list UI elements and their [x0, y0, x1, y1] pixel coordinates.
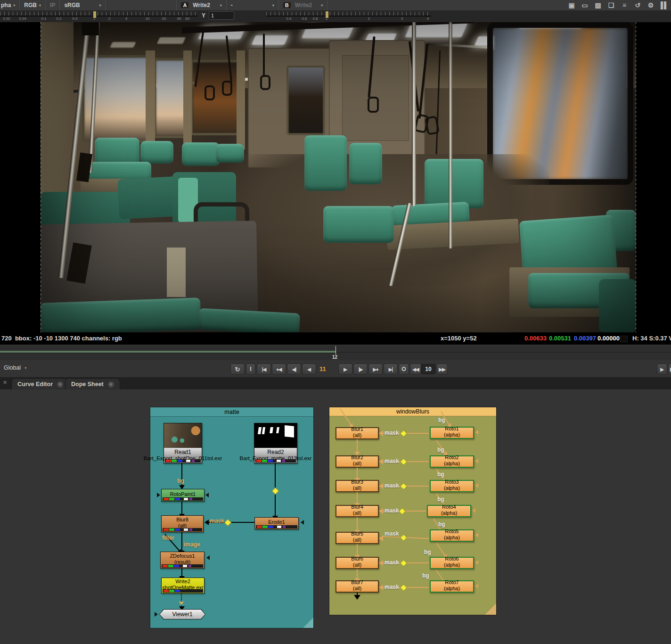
gamma-handle[interactable] [325, 11, 329, 18]
input-process-toggle[interactable]: IP [46, 0, 60, 10]
prev-keyframe-button[interactable]: ♦◀ [272, 363, 286, 375]
node-zdefocus1[interactable]: ZDefocus1 (result) [160, 552, 205, 569]
current-frame[interactable]: 11 [319, 365, 326, 372]
channel-dropdown[interactable]: pha ▾ [0, 0, 20, 10]
node-input-arrow [475, 483, 478, 488]
loop-mode-button[interactable]: ↻ [230, 363, 245, 375]
node-read2[interactable]: Read2 Bart_Export_matte_013tol.exr [254, 423, 297, 463]
pane-close-icon[interactable]: ✕ [3, 380, 7, 386]
flipbook-button[interactable]: ▶ [657, 363, 667, 375]
viewer-canvas[interactable] [0, 22, 671, 332]
step-back-button[interactable]: ◀| [287, 363, 301, 375]
wire-arrowhead [354, 595, 360, 600]
backdrop-resize-grip[interactable] [485, 603, 496, 615]
layer-dropdown[interactable]: RGB ▾ [20, 0, 46, 10]
step-forward-button[interactable]: |▶ [353, 363, 368, 375]
roi-icon[interactable]: ▭ [581, 1, 589, 9]
node-read1[interactable]: Read1 Bart_Export_shotOne_011tol.exr [164, 423, 202, 463]
node-input-arrow [157, 493, 160, 497]
wipe-mode-dropdown[interactable]: - ▾ [227, 0, 279, 10]
node-roto7[interactable]: Roto7(alpha) [430, 580, 474, 593]
pause-icon[interactable]: ▌▌ [660, 1, 668, 9]
node-blur1[interactable]: Blur1(all) [336, 427, 379, 439]
tab-dope-sheet[interactable]: Dope Sheet ✕ [65, 378, 120, 390]
close-icon[interactable]: ✕ [57, 381, 63, 388]
node-blur6[interactable]: Blur6(all) [336, 557, 379, 569]
proxy-icon[interactable]: ▨ [594, 1, 602, 9]
read2-name: Read2 [254, 448, 297, 456]
node-blur2[interactable]: Blur2(all) [336, 455, 379, 468]
timeline[interactable]: 12 [0, 345, 671, 361]
node-roto6[interactable]: Roto6(alpha) [430, 557, 474, 569]
wire-label-mask: mask [385, 584, 399, 590]
gamma-input[interactable] [209, 11, 234, 20]
node-roto1[interactable]: Roto1(alpha) [430, 427, 474, 439]
playhead[interactable] [336, 346, 336, 355]
edge-button[interactable]: ▮ [668, 363, 671, 375]
train-interior-render [41, 22, 636, 332]
chevron-down-icon: ▾ [99, 3, 101, 8]
play-backward-button[interactable]: ◀ [302, 363, 316, 375]
wire-arrowhead [205, 520, 209, 525]
chevron-down-icon: ▾ [220, 3, 222, 8]
node-input-arrow [475, 533, 478, 537]
play-button[interactable]: ▶ [338, 363, 352, 375]
viewer-process-dropdown[interactable]: sRGB ▾ [60, 0, 106, 10]
set-out-button[interactable]: O [399, 363, 409, 375]
node-erode1[interactable]: Erode1 [254, 517, 299, 529]
node-write2[interactable]: Write2 shotOneMatte.exr [161, 578, 205, 594]
tab-curve-editor[interactable]: Curve Editor ✕ [11, 378, 69, 390]
node-roto5[interactable]: Roto5(alpha) [430, 529, 474, 542]
node-roto2[interactable]: Roto2(alpha) [430, 455, 474, 468]
gain-slider[interactable] [0, 12, 198, 17]
refresh-icon[interactable]: ↺ [633, 1, 642, 9]
frame-display-icon[interactable]: ▣ [567, 1, 576, 9]
backdrop-windowblurs-title[interactable]: windowBlurs [329, 407, 496, 416]
cursor-coords: x=1050 y=52 [441, 335, 477, 342]
fps-value[interactable]: 10 [421, 364, 435, 374]
chevron-down-icon: ▾ [272, 3, 274, 8]
wire-label-bg: bg [437, 496, 444, 503]
frame-range-mode-dropdown[interactable]: Global ▾ [4, 364, 26, 371]
buffer-b-dropdown[interactable]: B Write2 ▾ [279, 0, 327, 10]
goto-start-button[interactable]: |◀ [257, 363, 271, 375]
node-rotopaint1[interactable]: RotoPaint1 [161, 489, 205, 502]
gain-handle[interactable] [93, 11, 97, 18]
wire-label-bg: bg [424, 549, 431, 555]
node-viewer1[interactable]: Viewer1 [159, 609, 205, 619]
node-blur3[interactable]: Blur3(all) [336, 480, 379, 492]
pixel-green: 0.00531 [549, 335, 571, 342]
backdrop-matte-title[interactable]: matte [150, 407, 313, 417]
stack-icon[interactable]: ≡ [620, 1, 629, 9]
buffer-b-node: Write2 [295, 2, 312, 8]
buffer-a-dropdown[interactable]: A Write2 ▾ [176, 0, 226, 10]
node-graph[interactable]: matte Read1 Bart_Export_shotOne_011tol.e… [0, 389, 671, 644]
pixel-red: 0.00633 [524, 335, 547, 342]
settings-gear-icon[interactable]: ⚙ [646, 1, 655, 9]
wire-arrowhead [379, 459, 383, 464]
fps-up-button[interactable]: ▶▶ [436, 363, 448, 375]
wire-label-bg: bg [422, 572, 429, 579]
wire-label-mask: mask [385, 530, 399, 537]
set-in-button[interactable]: I [246, 363, 255, 375]
gamma-slider[interactable] [266, 12, 431, 17]
node-input-arrow [206, 555, 210, 560]
wire-label-mask: mask [385, 458, 399, 464]
clip-overlay-icon[interactable]: ❏ [607, 1, 615, 9]
node-blur5[interactable]: Blur5(all) [336, 532, 379, 544]
node-roto4[interactable]: Roto4(alpha) [427, 505, 471, 517]
transport-bar: Global ▾ ↻ I |◀ ♦◀ ◀| ◀ 11 ▶ |▶ ▶♦ ▶| O … [0, 360, 671, 378]
wire-label-filter: filter [162, 535, 174, 541]
gamma-tick: 2 [368, 17, 370, 21]
node-blur7[interactable]: Blur7(all) [336, 580, 379, 593]
node-blur4[interactable]: Blur4(all) [336, 505, 379, 517]
close-icon[interactable]: ✕ [108, 381, 114, 388]
backdrop-resize-grip[interactable] [303, 618, 313, 628]
fps-down-button[interactable]: ◀◀ [410, 363, 421, 375]
chevron-down-icon: ▾ [321, 3, 323, 8]
node-roto3[interactable]: Roto3(alpha) [430, 480, 474, 492]
wire-label-mask: mask [210, 518, 224, 524]
next-keyframe-button[interactable]: ▶♦ [368, 363, 383, 375]
node-blur8[interactable]: Blur8 (all) [161, 515, 204, 532]
goto-end-button[interactable]: ▶| [384, 363, 398, 375]
